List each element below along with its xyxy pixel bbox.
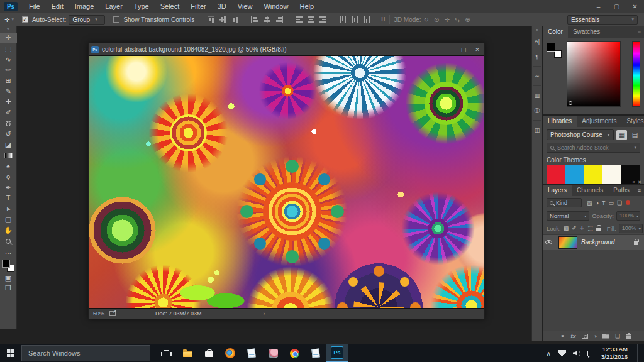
filter-type-layers-icon[interactable]: T — [602, 200, 606, 206]
store-button[interactable] — [198, 344, 219, 362]
add-mask-icon[interactable] — [582, 334, 588, 339]
tab-adjustments[interactable]: Adjustments — [577, 116, 621, 127]
pen-tool[interactable]: ✒ — [0, 182, 17, 193]
3d-roll-icon[interactable]: ⊙ — [434, 16, 439, 23]
distribute-left-edges-button[interactable] — [339, 16, 347, 23]
menu-file[interactable]: File — [23, 0, 46, 13]
tab-swatches[interactable]: Swatches — [568, 26, 605, 38]
lasso-tool[interactable]: ∿ — [0, 54, 17, 65]
doc-close-button[interactable]: ✕ — [470, 47, 484, 53]
distribute-top-edges-button[interactable] — [295, 16, 303, 23]
panel-menu-icon[interactable]: ≡ — [638, 26, 641, 38]
clone-stamp-tool[interactable]: Ω — [0, 118, 17, 129]
menu-layer[interactable]: Layer — [99, 0, 128, 13]
grid-view-button[interactable]: ▦ — [616, 130, 627, 140]
close-button[interactable]: ✕ — [626, 0, 644, 13]
foreground-color-swatch[interactable] — [2, 260, 10, 268]
doc-maximize-button[interactable]: ▢ — [457, 47, 470, 53]
photoshop-taskbar-button[interactable]: Ps — [326, 344, 348, 362]
menu-help[interactable]: Help — [294, 0, 320, 13]
filter-smart-objects-icon[interactable]: ❏ — [617, 200, 622, 206]
brush-tool[interactable]: ✐ — [0, 107, 17, 118]
current-tool-chip[interactable]: ✛ ▾ — [4, 16, 14, 23]
tab-paths[interactable]: Paths — [608, 185, 635, 196]
tray-expand-icon[interactable]: ∧ — [546, 350, 550, 357]
tab-libraries[interactable]: Libraries — [543, 116, 577, 127]
3d-drag-icon[interactable]: ✛ — [444, 16, 449, 23]
dock-expand-icon[interactable]: « — [536, 28, 538, 34]
saturation-brightness-picker[interactable] — [567, 41, 621, 107]
chrome-button[interactable] — [284, 344, 305, 362]
list-view-button[interactable]: ▤ — [630, 130, 640, 140]
taskbar-search-input[interactable]: Search Windows — [21, 345, 150, 361]
filter-shape-layers-icon[interactable]: ▭ — [608, 200, 614, 206]
menu-type[interactable]: Type — [128, 0, 155, 13]
align-bottom-edges-button[interactable] — [231, 16, 239, 23]
fill-field[interactable]: 100% ▾ — [619, 224, 643, 233]
clock[interactable]: 12:33 AM 3/21/2016 — [601, 346, 628, 361]
paint-app-button[interactable] — [262, 344, 284, 362]
color-cursor[interactable] — [569, 101, 572, 105]
histogram-panel-icon[interactable]: ◫ — [532, 123, 543, 138]
screen-mode-button[interactable]: ❐ — [0, 283, 17, 293]
action-center-icon[interactable] — [587, 351, 594, 356]
library-select[interactable]: Photoshop Course ▾ — [547, 129, 614, 140]
shape-tool[interactable]: ▢ — [0, 214, 17, 225]
distribute-vertical-centers-button[interactable] — [307, 16, 315, 23]
theme-swatch-yellow[interactable] — [584, 165, 603, 184]
device-preview-panel-icon[interactable]: ▥ — [532, 88, 543, 103]
auto-align-layers-icon[interactable]: ii — [381, 16, 386, 23]
menu-window[interactable]: Window — [258, 0, 294, 13]
info-panel-icon[interactable]: ⓘ — [532, 103, 543, 118]
blend-mode-dropdown[interactable]: Normal ▾ — [547, 211, 589, 221]
3d-scale-icon[interactable]: ⊕ — [465, 16, 470, 23]
collapse-icon[interactable]: « — [632, 180, 635, 185]
crop-tool[interactable]: ⊞ — [0, 75, 17, 86]
auto-select-mode-dropdown[interactable]: Group ▾ — [69, 15, 105, 25]
workspace-dropdown[interactable]: Essentials ▾ — [567, 15, 638, 25]
start-button[interactable] — [0, 344, 21, 362]
eyedropper-tool[interactable]: ✎ — [0, 86, 17, 97]
align-right-edges-button[interactable] — [275, 16, 283, 23]
wifi-icon[interactable] — [558, 350, 566, 356]
type-tool[interactable]: T — [0, 193, 17, 204]
zoom-level-field[interactable]: 50% — [93, 310, 104, 317]
opacity-field[interactable]: 100% ▾ — [616, 211, 640, 221]
gradient-tool[interactable] — [0, 150, 17, 161]
auto-select-checkbox[interactable]: ✓ — [22, 16, 28, 23]
glyphs-panel-icon[interactable]: ∼ — [532, 69, 543, 84]
task-view-button[interactable] — [155, 344, 177, 362]
tab-styles[interactable]: Styles — [621, 116, 644, 127]
foreground-color-swatch[interactable] — [547, 43, 555, 52]
distribute-right-edges-button[interactable] — [363, 16, 371, 23]
foreground-background-swatches[interactable] — [1, 259, 15, 273]
firefox-button[interactable] — [219, 344, 241, 362]
paragraph-panel-icon[interactable]: ¶ — [532, 49, 543, 64]
lock-artboard-icon[interactable]: ⬚ — [587, 225, 593, 231]
document-app-button[interactable] — [241, 344, 262, 362]
quick-mask-button[interactable]: ▣ — [0, 273, 17, 283]
file-explorer-button[interactable] — [177, 344, 198, 362]
menu-filter[interactable]: Filter — [185, 0, 211, 13]
blur-tool[interactable]: ♠ — [0, 161, 17, 172]
adjustment-layer-icon[interactable]: ◑ — [594, 333, 597, 339]
edit-toolbar-button[interactable]: … — [0, 246, 17, 256]
filter-pixel-layers-icon[interactable]: ▨ — [587, 200, 592, 206]
adobe-stock-search[interactable]: Search Adobe Stock ▾ — [547, 143, 640, 153]
layer-row-background[interactable]: Background — [543, 234, 644, 250]
link-layers-icon[interactable]: ⚭ — [560, 333, 565, 339]
3d-rotate-icon[interactable]: ↻ — [424, 16, 429, 23]
3d-slide-icon[interactable]: ⇆ — [455, 16, 460, 23]
lock-position-icon[interactable]: ✛ — [580, 225, 585, 231]
filter-toggle-icon[interactable] — [626, 200, 630, 205]
lock-pixels-icon[interactable]: ✐ — [572, 225, 577, 231]
history-brush-tool[interactable]: ↺ — [0, 129, 17, 140]
toolbar-collapse-icon[interactable]: » — [7, 26, 9, 33]
distribute-bottom-edges-button[interactable] — [319, 16, 327, 23]
export-icon[interactable] — [109, 311, 116, 316]
show-desktop-button[interactable] — [637, 344, 640, 362]
speaker-icon[interactable] — [573, 350, 580, 357]
notes-app-button[interactable] — [305, 344, 326, 362]
align-left-edges-button[interactable] — [251, 16, 259, 23]
align-vertical-centers-button[interactable] — [219, 16, 227, 23]
